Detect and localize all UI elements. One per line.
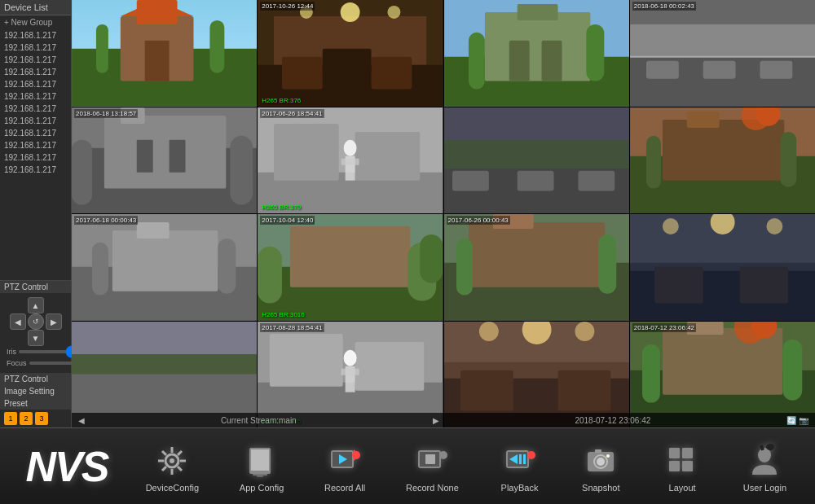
svg-rect-126 <box>251 449 269 471</box>
camera-cell-4[interactable]: 2018-06-18 00:02:43 <box>630 0 815 107</box>
ptz-down-button[interactable]: ▼ <box>28 330 44 346</box>
status-bar: ◀ Current Stream:main ▶ 2018-07-12 23:06… <box>72 413 815 427</box>
camera-cell-14[interactable]: 2017-08-28 18:54:41H265 BR:376 <box>258 322 443 428</box>
device-config-label: DeviceConfig <box>146 483 199 493</box>
camera-cell-12[interactable] <box>630 214 815 321</box>
device-item-1[interactable]: 192.168.1.217 <box>0 42 71 54</box>
ptz-up-button[interactable]: ▲ <box>28 297 44 313</box>
camera-cell-2[interactable]: 2017-10-26 12:44H265 BR:376 <box>258 0 443 107</box>
toolbar-layout[interactable]: Layout <box>655 436 709 497</box>
svg-rect-135 <box>425 454 435 464</box>
device-item-9[interactable]: 192.168.1.217 <box>0 139 71 151</box>
toolbar-record-all[interactable]: Record All <box>318 436 372 497</box>
toolbar-playback[interactable]: PlayBack <box>493 436 547 497</box>
image-setting-label[interactable]: Image Setting <box>0 385 71 397</box>
preset-label: Preset <box>0 397 71 410</box>
toolbar-device-config[interactable]: DeviceConfig <box>139 436 205 497</box>
ptz-section: PTZ Control ▲ ◀ ↺ ▶ ▼ Iris Focus PTZ Con… <box>0 280 71 427</box>
cam-timestamp-11: 2017-06-26 00:00:43 <box>447 216 510 225</box>
layout-icon <box>662 440 703 481</box>
ptz-control-label: PTZ Control <box>0 373 71 385</box>
camera-cell-9[interactable]: 2017-06-18 00:00:43 <box>72 214 257 321</box>
preset-1-button[interactable]: 1 <box>4 412 17 425</box>
svg-rect-151 <box>682 461 693 471</box>
cam-timestamp-6: 2017-06-26 18:54:41 <box>260 109 324 118</box>
camera-cell-10[interactable]: 2017-10-04 12:40H265 BR:3016 <box>258 214 443 321</box>
device-item-0[interactable]: 192.168.1.217 <box>0 29 71 42</box>
cam-info-6: H265 BR:379 <box>260 203 302 212</box>
cam-timestamp-4: 2018-06-18 00:02:43 <box>632 2 696 11</box>
layout-label: Layout <box>669 483 696 493</box>
device-list-header: Device List <box>0 0 71 15</box>
nvs-logo: NVS <box>22 442 112 491</box>
camera-cell-16[interactable]: 2018-07-12 23:06:42 <box>630 322 815 428</box>
status-nav-right[interactable]: ▶ <box>433 416 439 425</box>
device-item-3[interactable]: 192.168.1.217 <box>0 66 71 78</box>
preset-3-button[interactable]: 3 <box>35 412 48 425</box>
toolbar-app-config[interactable]: App Config <box>233 436 290 497</box>
camera-cell-1[interactable] <box>72 0 257 107</box>
record-all-icon <box>324 440 365 481</box>
svg-rect-124 <box>161 449 167 455</box>
cam-timestamp-5: 2018-06-18 13:18:57 <box>74 109 138 118</box>
ptz-label: PTZ Control <box>0 281 71 293</box>
svg-rect-127 <box>253 474 267 476</box>
svg-rect-122 <box>161 466 167 471</box>
preset-row: 1 2 3 <box>0 410 71 427</box>
user-login-icon <box>744 440 785 481</box>
svg-point-136 <box>439 451 447 459</box>
device-item-7[interactable]: 192.168.1.217 <box>0 115 71 127</box>
svg-rect-121 <box>171 469 174 475</box>
status-center-text: Current Stream:main <box>221 416 297 425</box>
camera-cell-8[interactable] <box>630 107 815 214</box>
new-group-button[interactable]: + New Group <box>0 15 71 29</box>
camera-cell-6[interactable]: 2017-06-26 18:54:41H265 BR:379 <box>258 107 443 214</box>
device-item-4[interactable]: 192.168.1.217 <box>0 78 71 90</box>
status-icons: 🔄 📷 <box>786 416 808 425</box>
svg-point-145 <box>597 458 605 466</box>
toolbar-snapshot[interactable]: Snapshot <box>574 436 628 497</box>
device-item-11[interactable]: 192.168.1.217 <box>0 164 71 176</box>
preset-2-button[interactable]: 2 <box>20 412 33 425</box>
camera-cell-13[interactable] <box>72 322 257 428</box>
snapshot-icon <box>580 440 621 481</box>
device-item-10[interactable]: 192.168.1.217 <box>0 151 71 164</box>
svg-rect-150 <box>669 461 680 471</box>
camera-cell-5[interactable]: 2018-06-18 13:18:57 <box>72 107 257 214</box>
iris-label: Iris <box>7 348 16 356</box>
snapshot-label: Snapshot <box>582 483 619 493</box>
cam-timestamp-14: 2017-08-28 18:54:41 <box>260 323 324 332</box>
playback-label: PlayBack <box>501 483 539 493</box>
ptz-right-button[interactable]: ▶ <box>46 313 62 330</box>
ptz-left-button[interactable]: ◀ <box>10 313 26 330</box>
device-item-2[interactable]: 192.168.1.217 <box>0 54 71 66</box>
cam-info-10: H265 BR:3016 <box>260 310 306 319</box>
toolbar: NVS DeviceConfigApp ConfigRecord AllReco… <box>0 427 815 504</box>
svg-rect-123 <box>158 459 164 462</box>
camera-cell-11[interactable]: 2017-06-26 00:00:43 <box>444 214 629 321</box>
status-timestamp: 2018-07-12 23:06:42 <box>575 416 650 425</box>
svg-rect-140 <box>519 454 522 464</box>
ptz-controls: ▲ ◀ ↺ ▶ ▼ Iris Focus <box>0 293 71 373</box>
toolbar-record-none[interactable]: Record None <box>399 436 465 497</box>
cam-timestamp-16: 2018-07-12 23:06:42 <box>632 323 696 332</box>
cam-info-2: H265 BR:376 <box>260 96 302 105</box>
camera-cell-15[interactable] <box>444 322 629 428</box>
svg-point-154 <box>766 444 774 450</box>
status-nav-left[interactable]: ◀ <box>78 416 85 425</box>
ptz-center-button[interactable]: ↺ <box>28 313 44 330</box>
record-none-label: Record None <box>406 483 459 493</box>
cam-timestamp-9: 2017-06-18 00:00:43 <box>74 216 138 225</box>
toolbar-user-login[interactable]: User Login <box>737 436 793 497</box>
device-item-8[interactable]: 192.168.1.217 <box>0 127 71 139</box>
camera-cell-7[interactable] <box>444 107 629 214</box>
camera-cell-3[interactable] <box>444 0 629 107</box>
record-none-icon <box>412 440 452 481</box>
device-config-icon <box>152 440 192 481</box>
svg-rect-118 <box>177 449 183 455</box>
playback-icon <box>500 440 540 481</box>
svg-rect-148 <box>669 448 680 458</box>
device-item-6[interactable]: 192.168.1.217 <box>0 103 71 115</box>
svg-point-116 <box>170 458 174 463</box>
device-item-5[interactable]: 192.168.1.217 <box>0 90 71 103</box>
